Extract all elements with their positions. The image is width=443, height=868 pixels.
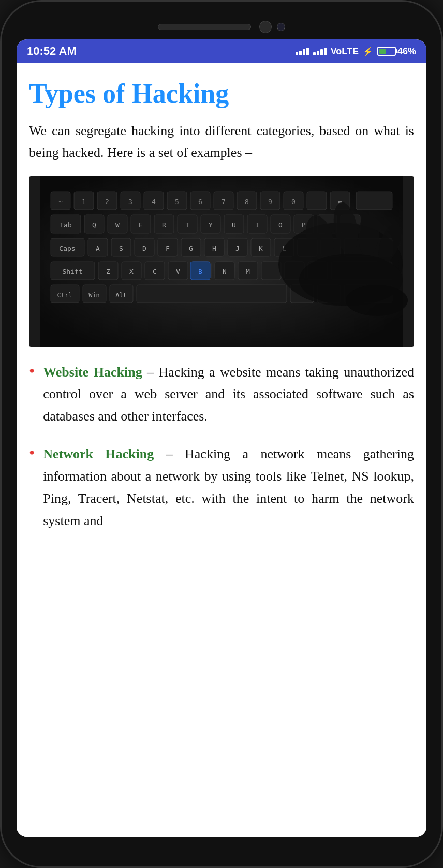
svg-point-111 — [346, 285, 408, 316]
svg-text:6: 6 — [198, 198, 202, 206]
battery-fill — [379, 49, 386, 54]
svg-text:C: C — [153, 268, 157, 276]
svg-text:M: M — [246, 268, 250, 276]
content-area[interactable]: Types of Hacking We can segregate hackin… — [17, 63, 426, 837]
svg-text:Alt: Alt — [115, 292, 127, 299]
page-title: Types of Hacking — [29, 78, 414, 110]
svg-text:E: E — [139, 221, 143, 229]
svg-text:V: V — [176, 268, 180, 276]
list-item: • Website Hacking – Hacking a website me… — [29, 361, 414, 428]
svg-text:3: 3 — [128, 198, 132, 206]
svg-text:U: U — [232, 221, 236, 229]
svg-text:1: 1 — [82, 198, 86, 206]
svg-text:I: I — [255, 221, 259, 229]
svg-text:N: N — [223, 268, 227, 276]
svg-text:D: D — [142, 244, 146, 252]
website-hacking-content: Website Hacking – Hacking a website mean… — [43, 361, 414, 428]
svg-text:~: ~ — [58, 198, 63, 206]
status-time: 10:52 AM — [27, 45, 77, 58]
svg-text:T: T — [185, 221, 189, 229]
svg-text:Q: Q — [92, 221, 96, 229]
battery-percent: 46% — [397, 46, 416, 57]
svg-text:2: 2 — [105, 198, 109, 206]
website-hacking-dash: – — [142, 365, 159, 380]
svg-text:K: K — [259, 244, 263, 252]
svg-text:G: G — [189, 244, 193, 252]
svg-text:Caps: Caps — [59, 244, 75, 252]
svg-text:F: F — [166, 244, 170, 252]
svg-text:B: B — [198, 268, 202, 276]
svg-text:7: 7 — [222, 198, 226, 206]
website-hacking-term: Website Hacking — [43, 365, 142, 380]
volte-label: VoLTE — [331, 46, 359, 57]
svg-text:Tab: Tab — [60, 221, 72, 229]
svg-text:Win: Win — [88, 292, 100, 299]
bullet-dot-1: • — [29, 363, 35, 379]
camera-sensor — [259, 21, 272, 33]
battery-icon — [377, 47, 396, 56]
svg-text:A: A — [96, 244, 100, 252]
list-item: • Network Hacking – Hacking a network me… — [29, 443, 414, 532]
status-right: VoLTE ⚡ 46% — [296, 46, 416, 57]
phone-screen: 10:52 AM VoLTE ⚡ — [17, 39, 426, 837]
svg-text:Shift: Shift — [62, 268, 82, 276]
network-hacking-term: Network Hacking — [43, 446, 154, 461]
intro-paragraph: We can segregate hacking into different … — [29, 120, 414, 163]
svg-text:-: - — [315, 198, 319, 206]
bullet-list: • Website Hacking – Hacking a website me… — [29, 361, 414, 532]
signal-icon-2 — [313, 48, 327, 55]
svg-text:X: X — [129, 268, 134, 276]
phone-device: 10:52 AM VoLTE ⚡ — [0, 0, 443, 868]
signal-icon-1 — [296, 48, 309, 55]
svg-rect-14 — [356, 192, 392, 210]
svg-rect-83 — [261, 262, 281, 280]
network-hacking-dash: – — [154, 446, 185, 461]
svg-text:H: H — [212, 244, 216, 252]
svg-text:8: 8 — [245, 198, 249, 206]
svg-text:R: R — [162, 221, 166, 229]
svg-text:Z: Z — [106, 268, 110, 276]
speaker-grille — [158, 24, 251, 30]
svg-text:4: 4 — [152, 198, 156, 206]
keyboard-image: ~ 1 2 3 4 5 6 7 8 9 0 - = — [29, 176, 414, 347]
svg-text:9: 9 — [268, 198, 272, 206]
svg-text:P: P — [302, 221, 306, 229]
battery-indicator: 46% — [377, 46, 416, 57]
svg-text:0: 0 — [291, 198, 296, 206]
network-hacking-content: Network Hacking – Hacking a network mean… — [43, 443, 414, 532]
svg-text:W: W — [115, 221, 120, 229]
svg-text:O: O — [278, 221, 283, 229]
svg-text:S: S — [119, 244, 123, 252]
status-bar: 10:52 AM VoLTE ⚡ — [17, 39, 426, 63]
bullet-dot-2: • — [29, 444, 35, 461]
charging-icon: ⚡ — [363, 47, 373, 56]
svg-rect-98 — [137, 285, 287, 303]
phone-top-bar — [17, 21, 426, 33]
svg-text:5: 5 — [175, 198, 179, 206]
svg-text:J: J — [235, 244, 240, 252]
svg-text:Ctrl: Ctrl — [57, 292, 72, 299]
svg-text:Y: Y — [209, 221, 213, 229]
front-camera — [277, 23, 285, 31]
